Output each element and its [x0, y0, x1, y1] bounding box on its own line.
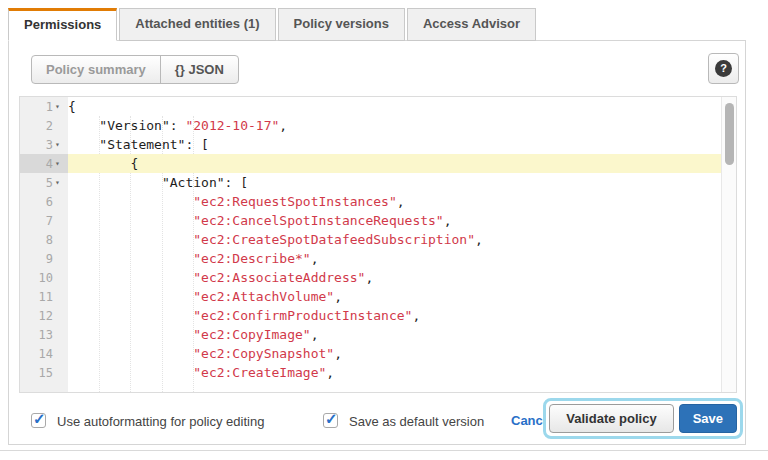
line-number: 3: [46, 138, 55, 152]
code-line-12[interactable]: "ec2:ConfirmProductInstance",: [68, 306, 721, 325]
tab-permissions[interactable]: Permissions: [8, 8, 117, 41]
validate-policy-button[interactable]: Validate policy: [549, 404, 673, 433]
gutter-line-5: 5▾: [20, 173, 68, 192]
help-button[interactable]: ?: [708, 53, 739, 84]
code-token: ,: [326, 365, 334, 380]
code-line-8[interactable]: "ec2:CreateSpotDatafeedSubscription",: [68, 230, 721, 249]
permissions-panel: Policy summary {} JSON ? 1▾23▾4▾5▾678910…: [8, 40, 746, 445]
string-token: "ec2:RequestSpotInstances": [193, 194, 397, 209]
string-token: "2012-10-17": [185, 118, 279, 133]
code-line-13[interactable]: "ec2:CopyImage",: [68, 325, 721, 344]
string-token: "ec2:CopySnapshot": [193, 346, 334, 361]
code-line-6[interactable]: "ec2:RequestSpotInstances",: [68, 192, 721, 211]
editor-code-area[interactable]: { "Version": "2012-10-17", "Statement": …: [68, 97, 721, 392]
gutter-line-2: 2: [20, 116, 68, 135]
fold-arrow-icon[interactable]: ▾: [55, 140, 68, 149]
code-token: ,: [311, 327, 319, 342]
code-token: ,: [334, 346, 342, 361]
checkmark-icon: ✓: [33, 410, 46, 428]
line-number: 15: [39, 366, 55, 380]
string-token: "ec2:CopyImage": [193, 327, 310, 342]
string-token: "ec2:CreateImage": [193, 365, 326, 380]
line-number: 1: [46, 100, 55, 114]
code-token: [68, 194, 193, 209]
gutter-line-4: 4▾: [20, 154, 68, 173]
fold-arrow-icon[interactable]: ▾: [55, 159, 68, 168]
code-token: [68, 251, 193, 266]
code-line-3[interactable]: "Statement": [: [68, 135, 721, 154]
line-number: 10: [39, 271, 55, 285]
code-token: "Action": [: [68, 175, 248, 190]
line-number: 4: [46, 157, 55, 171]
autoformat-label: Use autoformatting for policy editing: [57, 414, 264, 429]
code-token: [68, 289, 193, 304]
fold-arrow-icon[interactable]: ▾: [55, 102, 68, 111]
line-number: 6: [46, 195, 55, 209]
code-token: ,: [397, 194, 405, 209]
code-line-14[interactable]: "ec2:CopySnapshot",: [68, 344, 721, 363]
code-token: ,: [279, 118, 287, 133]
code-token: ,: [444, 213, 452, 228]
autoformat-checkbox[interactable]: ✓: [31, 413, 46, 428]
editor-gutter: 1▾23▾4▾5▾6789101112131415: [20, 97, 68, 392]
code-line-11[interactable]: "ec2:AttachVolume",: [68, 287, 721, 306]
editor-vertical-scrollbar[interactable]: [721, 97, 736, 392]
code-token: [68, 232, 193, 247]
code-line-5[interactable]: "Action": [: [68, 173, 721, 192]
line-number: 2: [46, 119, 55, 133]
code-token: [68, 346, 193, 361]
default-version-checkbox[interactable]: ✓: [323, 413, 338, 428]
line-number: 9: [46, 252, 55, 266]
save-button[interactable]: Save: [679, 404, 737, 433]
code-line-2[interactable]: "Version": "2012-10-17",: [68, 116, 721, 135]
gutter-line-3: 3▾: [20, 135, 68, 154]
code-token: "Statement": [: [68, 137, 209, 152]
code-token: {: [68, 99, 76, 114]
line-number: 5: [46, 176, 55, 190]
string-token: "ec2:AttachVolume": [193, 289, 334, 304]
code-line-1[interactable]: {: [68, 97, 721, 116]
string-token: "ec2:CancelSpotInstanceRequests": [193, 213, 443, 228]
code-token: "Version":: [68, 118, 185, 133]
string-token: "ec2:CreateSpotDatafeedSubscription": [193, 232, 475, 247]
code-line-15[interactable]: "ec2:CreateImage",: [68, 363, 721, 382]
code-token: [68, 213, 193, 228]
gutter-line-7: 7: [20, 211, 68, 230]
tab-attached-entities[interactable]: Attached entities (1): [119, 8, 275, 41]
code-token: [68, 327, 193, 342]
gutter-line-11: 11: [20, 287, 68, 306]
code-line-9[interactable]: "ec2:Describe*",: [68, 249, 721, 268]
gutter-line-13: 13: [20, 325, 68, 344]
code-line-10[interactable]: "ec2:AssociateAddress",: [68, 268, 721, 287]
gutter-line-15: 15: [20, 363, 68, 382]
code-line-4[interactable]: {: [68, 154, 721, 173]
gutter-line-14: 14: [20, 344, 68, 363]
line-number: 14: [39, 347, 55, 361]
string-token: "ec2:Describe*": [193, 251, 310, 266]
editor-footer: ✓ Use autoformatting for policy editing …: [9, 397, 745, 445]
tab-policy-versions[interactable]: Policy versions: [278, 8, 405, 41]
gutter-line-9: 9: [20, 249, 68, 268]
primary-action-group: Validate policy Save: [543, 398, 743, 439]
json-code-editor[interactable]: 1▾23▾4▾5▾6789101112131415 { "Version": "…: [19, 96, 737, 393]
json-view-button[interactable]: {} JSON: [161, 56, 238, 83]
gutter-line-8: 8: [20, 230, 68, 249]
policy-editor-page: PermissionsAttached entities (1)Policy v…: [0, 0, 768, 460]
gutter-line-1: 1▾: [20, 97, 68, 116]
tab-access-advisor[interactable]: Access Advisor: [407, 8, 536, 41]
code-token: [68, 365, 193, 380]
fold-arrow-icon[interactable]: ▾: [55, 178, 68, 187]
code-token: [68, 308, 193, 323]
policy-summary-button[interactable]: Policy summary: [32, 56, 161, 83]
code-token: ,: [365, 270, 373, 285]
code-line-7[interactable]: "ec2:CancelSpotInstanceRequests",: [68, 211, 721, 230]
line-number: 11: [39, 290, 55, 304]
code-token: ,: [412, 308, 420, 323]
code-token: ,: [475, 232, 483, 247]
question-mark-icon: ?: [715, 60, 732, 77]
string-token: "ec2:AssociateAddress": [193, 270, 365, 285]
default-version-label: Save as default version: [349, 414, 484, 429]
scrollbar-thumb[interactable]: [725, 103, 734, 165]
line-number: 13: [39, 328, 55, 342]
gutter-line-6: 6: [20, 192, 68, 211]
